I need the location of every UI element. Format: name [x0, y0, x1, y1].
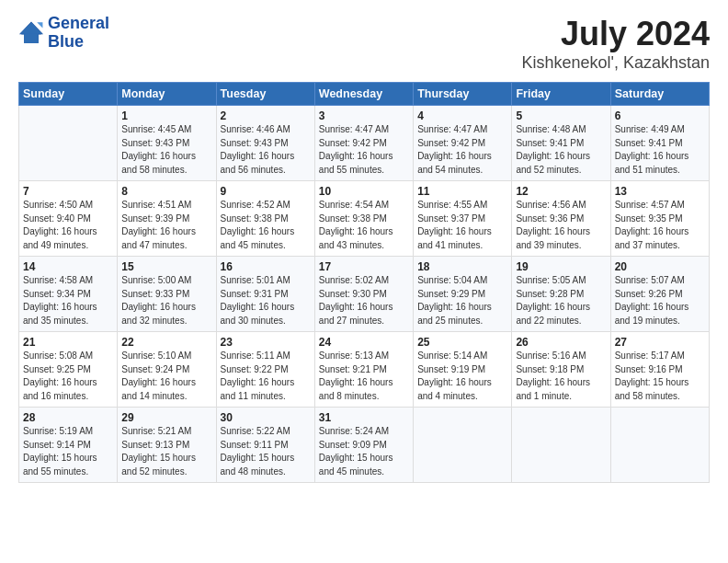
cell-info: Sunrise: 5:21 AM Sunset: 9:13 PM Dayligh…	[121, 425, 211, 478]
cell-info: Sunrise: 4:50 AM Sunset: 9:40 PM Dayligh…	[23, 199, 113, 252]
cell-info: Sunrise: 4:55 AM Sunset: 9:37 PM Dayligh…	[417, 199, 507, 252]
calendar-cell	[610, 408, 709, 483]
cell-info: Sunrise: 4:56 AM Sunset: 9:36 PM Dayligh…	[516, 199, 606, 252]
calendar-table: SundayMondayTuesdayWednesdayThursdayFrid…	[18, 82, 710, 483]
calendar-cell: 5Sunrise: 4:48 AM Sunset: 9:41 PM Daylig…	[512, 106, 610, 181]
day-number: 31	[319, 411, 409, 424]
cell-info: Sunrise: 5:24 AM Sunset: 9:09 PM Dayligh…	[319, 425, 409, 478]
calendar-cell: 3Sunrise: 4:47 AM Sunset: 9:42 PM Daylig…	[314, 106, 413, 181]
calendar-cell: 13Sunrise: 4:57 AM Sunset: 9:35 PM Dayli…	[610, 181, 709, 257]
calendar-cell: 8Sunrise: 4:51 AM Sunset: 9:39 PM Daylig…	[118, 181, 216, 257]
calendar-cell	[19, 106, 118, 181]
cell-info: Sunrise: 4:51 AM Sunset: 9:39 PM Dayligh…	[121, 199, 211, 252]
day-number: 16	[221, 260, 311, 273]
header-row: SundayMondayTuesdayWednesdayThursdayFrid…	[19, 83, 710, 106]
calendar-cell: 1Sunrise: 4:45 AM Sunset: 9:43 PM Daylig…	[118, 106, 216, 181]
cell-info: Sunrise: 5:00 AM Sunset: 9:33 PM Dayligh…	[121, 274, 211, 327]
calendar-week-5: 28Sunrise: 5:19 AM Sunset: 9:14 PM Dayli…	[19, 408, 710, 483]
cell-info: Sunrise: 5:11 AM Sunset: 9:22 PM Dayligh…	[221, 350, 311, 403]
day-number: 25	[417, 336, 507, 349]
calendar-cell: 6Sunrise: 4:49 AM Sunset: 9:41 PM Daylig…	[610, 106, 709, 181]
col-header-monday: Monday	[118, 83, 216, 106]
day-number: 1	[121, 109, 211, 122]
cell-info: Sunrise: 4:57 AM Sunset: 9:35 PM Dayligh…	[615, 199, 705, 252]
day-number: 9	[221, 185, 311, 198]
cell-info: Sunrise: 4:46 AM Sunset: 9:43 PM Dayligh…	[221, 123, 311, 177]
page-subtitle: Kishkenekol', Kazakhstan	[521, 53, 710, 73]
calendar-cell: 28Sunrise: 5:19 AM Sunset: 9:14 PM Dayli…	[19, 408, 118, 483]
day-number: 28	[23, 411, 113, 424]
cell-info: Sunrise: 5:05 AM Sunset: 9:28 PM Dayligh…	[516, 274, 606, 327]
calendar-week-4: 21Sunrise: 5:08 AM Sunset: 9:25 PM Dayli…	[19, 332, 710, 408]
calendar-cell: 25Sunrise: 5:14 AM Sunset: 9:19 PM Dayli…	[414, 332, 512, 408]
calendar-week-3: 14Sunrise: 4:58 AM Sunset: 9:34 PM Dayli…	[19, 257, 710, 332]
logo-icon	[18, 20, 44, 46]
day-number: 5	[516, 109, 606, 122]
logo-line2: Blue	[48, 33, 109, 52]
calendar-cell: 27Sunrise: 5:17 AM Sunset: 9:16 PM Dayli…	[610, 332, 709, 408]
cell-info: Sunrise: 4:47 AM Sunset: 9:42 PM Dayligh…	[319, 123, 409, 177]
cell-info: Sunrise: 4:49 AM Sunset: 9:41 PM Dayligh…	[615, 123, 705, 177]
day-number: 12	[516, 185, 606, 198]
cell-info: Sunrise: 4:52 AM Sunset: 9:38 PM Dayligh…	[221, 199, 311, 252]
day-number: 11	[417, 185, 507, 198]
calendar-cell: 11Sunrise: 4:55 AM Sunset: 9:37 PM Dayli…	[414, 181, 512, 257]
calendar-cell	[512, 408, 610, 483]
calendar-cell: 4Sunrise: 4:47 AM Sunset: 9:42 PM Daylig…	[414, 106, 512, 181]
calendar-cell: 26Sunrise: 5:16 AM Sunset: 9:18 PM Dayli…	[512, 332, 610, 408]
header: General Blue July 2024 Kishkenekol', Kaz…	[18, 15, 710, 73]
calendar-cell: 7Sunrise: 4:50 AM Sunset: 9:40 PM Daylig…	[19, 181, 118, 257]
logo: General Blue	[18, 15, 109, 52]
calendar-cell: 16Sunrise: 5:01 AM Sunset: 9:31 PM Dayli…	[216, 257, 314, 332]
col-header-friday: Friday	[512, 83, 610, 106]
cell-info: Sunrise: 5:07 AM Sunset: 9:26 PM Dayligh…	[615, 274, 705, 327]
calendar-cell: 14Sunrise: 4:58 AM Sunset: 9:34 PM Dayli…	[19, 257, 118, 332]
svg-rect-4	[24, 33, 39, 43]
day-number: 4	[417, 109, 507, 122]
calendar-week-1: 1Sunrise: 4:45 AM Sunset: 9:43 PM Daylig…	[19, 106, 710, 181]
day-number: 27	[615, 336, 705, 349]
calendar-cell: 19Sunrise: 5:05 AM Sunset: 9:28 PM Dayli…	[512, 257, 610, 332]
calendar-cell: 17Sunrise: 5:02 AM Sunset: 9:30 PM Dayli…	[314, 257, 413, 332]
calendar-cell: 29Sunrise: 5:21 AM Sunset: 9:13 PM Dayli…	[118, 408, 216, 483]
day-number: 6	[615, 109, 705, 122]
day-number: 14	[23, 260, 113, 273]
cell-info: Sunrise: 4:58 AM Sunset: 9:34 PM Dayligh…	[23, 274, 113, 327]
day-number: 26	[516, 336, 606, 349]
col-header-thursday: Thursday	[414, 83, 512, 106]
cell-info: Sunrise: 5:08 AM Sunset: 9:25 PM Dayligh…	[23, 350, 113, 403]
page: General Blue July 2024 Kishkenekol', Kaz…	[0, 0, 728, 563]
day-number: 21	[23, 336, 113, 349]
cell-info: Sunrise: 5:02 AM Sunset: 9:30 PM Dayligh…	[319, 274, 409, 327]
cell-info: Sunrise: 5:16 AM Sunset: 9:18 PM Dayligh…	[516, 350, 606, 403]
day-number: 17	[319, 260, 409, 273]
col-header-wednesday: Wednesday	[314, 83, 413, 106]
calendar-cell: 24Sunrise: 5:13 AM Sunset: 9:21 PM Dayli…	[314, 332, 413, 408]
day-number: 18	[417, 260, 507, 273]
day-number: 8	[121, 185, 211, 198]
day-number: 22	[121, 336, 211, 349]
cell-info: Sunrise: 4:45 AM Sunset: 9:43 PM Dayligh…	[121, 123, 211, 177]
day-number: 10	[319, 185, 409, 198]
cell-info: Sunrise: 4:54 AM Sunset: 9:38 PM Dayligh…	[319, 199, 409, 252]
col-header-sunday: Sunday	[19, 83, 118, 106]
day-number: 19	[516, 260, 606, 273]
day-number: 3	[319, 109, 409, 122]
cell-info: Sunrise: 4:48 AM Sunset: 9:41 PM Dayligh…	[516, 123, 606, 177]
cell-info: Sunrise: 5:14 AM Sunset: 9:19 PM Dayligh…	[417, 350, 507, 403]
calendar-cell: 21Sunrise: 5:08 AM Sunset: 9:25 PM Dayli…	[19, 332, 118, 408]
calendar-cell: 20Sunrise: 5:07 AM Sunset: 9:26 PM Dayli…	[610, 257, 709, 332]
col-header-tuesday: Tuesday	[216, 83, 314, 106]
calendar-cell: 23Sunrise: 5:11 AM Sunset: 9:22 PM Dayli…	[216, 332, 314, 408]
cell-info: Sunrise: 5:22 AM Sunset: 9:11 PM Dayligh…	[221, 425, 311, 478]
calendar-week-2: 7Sunrise: 4:50 AM Sunset: 9:40 PM Daylig…	[19, 181, 710, 257]
calendar-cell: 12Sunrise: 4:56 AM Sunset: 9:36 PM Dayli…	[512, 181, 610, 257]
calendar-cell: 9Sunrise: 4:52 AM Sunset: 9:38 PM Daylig…	[216, 181, 314, 257]
page-title: July 2024	[521, 15, 710, 53]
svg-marker-6	[37, 22, 42, 28]
calendar-cell: 10Sunrise: 4:54 AM Sunset: 9:38 PM Dayli…	[314, 181, 413, 257]
cell-info: Sunrise: 5:01 AM Sunset: 9:31 PM Dayligh…	[221, 274, 311, 327]
cell-info: Sunrise: 5:19 AM Sunset: 9:14 PM Dayligh…	[23, 425, 113, 478]
day-number: 7	[23, 185, 113, 198]
calendar-cell: 22Sunrise: 5:10 AM Sunset: 9:24 PM Dayli…	[118, 332, 216, 408]
